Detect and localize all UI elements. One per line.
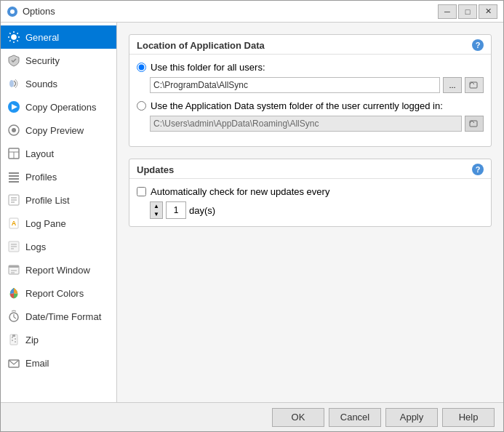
sidebar-item-general[interactable]: General	[1, 25, 116, 49]
svg-rect-17	[9, 175, 19, 177]
sidebar-item-log-pane[interactable]: A Log Pane	[1, 212, 116, 235]
sidebar-item-copy-preview-label: Copy Preview	[25, 125, 84, 136]
layout-icon	[7, 146, 21, 161]
updates-section-title: Updates	[137, 164, 174, 175]
open-btn1[interactable]	[465, 77, 484, 93]
spinner-up-button[interactable]: ▲	[151, 202, 162, 210]
title-bar: Options ─ □ ✕	[1, 1, 503, 23]
report-colors-icon	[7, 286, 21, 300]
svg-rect-18	[9, 178, 19, 180]
path1-input[interactable]	[150, 77, 440, 93]
options-window: Options ─ □ ✕ General	[0, 0, 504, 432]
radio1-input[interactable]	[137, 63, 146, 72]
days-spinner: ▲ ▼	[150, 201, 163, 219]
updates-section: Updates ? Automatically check for new up…	[129, 159, 492, 227]
browse-btn1[interactable]: ...	[443, 77, 462, 93]
datetime-icon	[7, 309, 21, 324]
radio2-label[interactable]: Use the Application Data system folder o…	[151, 100, 443, 111]
location-section: Location of Application Data ? Use this …	[129, 34, 492, 147]
sidebar-item-profile-list[interactable]: Profile List	[1, 188, 116, 212]
svg-point-1	[10, 9, 15, 14]
svg-point-5	[15, 10, 17, 12]
svg-point-8	[9, 80, 14, 87]
minimize-button[interactable]: ─	[438, 4, 457, 19]
sidebar-item-report-colors-label: Report Colors	[25, 288, 84, 299]
sidebar-item-zip[interactable]: Zip	[1, 328, 116, 351]
radio2-input[interactable]	[137, 101, 146, 111]
path2-row	[150, 116, 484, 132]
logs-icon	[7, 239, 21, 254]
shield-icon	[7, 53, 21, 68]
app-icon	[7, 6, 18, 17]
sidebar-item-layout[interactable]: Layout	[1, 142, 116, 165]
radio1-row: Use this folder for all users:	[137, 62, 484, 73]
svg-point-2	[12, 7, 14, 9]
location-help-icon[interactable]: ?	[472, 39, 484, 51]
svg-rect-16	[9, 172, 19, 174]
svg-point-12	[12, 128, 16, 132]
sidebar-item-profiles-label: Profiles	[25, 172, 57, 183]
cancel-button[interactable]: Cancel	[329, 408, 381, 427]
sidebar-item-logs-label: Logs	[25, 241, 46, 252]
sidebar-item-copy-operations[interactable]: Copy Operations	[1, 95, 116, 119]
zip-icon	[7, 332, 21, 347]
email-icon	[7, 356, 21, 370]
content-area: General Security	[1, 23, 503, 402]
sidebar-item-security[interactable]: Security	[1, 49, 116, 72]
sidebar-item-report-window-label: Report Window	[25, 265, 90, 276]
window-title: Options	[23, 6, 55, 17]
sidebar-item-copy-preview[interactable]: Copy Preview	[1, 119, 116, 142]
sidebar-item-report-colors[interactable]: Report Colors	[1, 281, 116, 305]
sidebar-item-zip-label: Zip	[25, 335, 39, 345]
footer: OK Cancel Apply Help	[1, 402, 503, 431]
sidebar: General Security	[1, 23, 117, 402]
sidebar-item-security-label: Security	[25, 55, 60, 66]
svg-text:A: A	[12, 220, 17, 227]
help-button[interactable]: Help	[442, 408, 495, 427]
spinner-down-button[interactable]: ▼	[151, 210, 162, 218]
profile-list-icon	[7, 193, 21, 207]
location-section-title: Location of Application Data	[137, 40, 265, 51]
auto-check-label[interactable]: Automatically check for new updates ever…	[151, 186, 329, 197]
radio1-label[interactable]: Use this folder for all users:	[151, 62, 265, 73]
copy-preview-icon	[7, 123, 21, 137]
sound-icon	[7, 76, 21, 91]
location-section-header: Location of Application Data ?	[129, 35, 491, 55]
report-window-icon	[7, 263, 21, 277]
location-section-body: Use this folder for all users: ...	[129, 55, 491, 146]
sidebar-item-general-label: General	[25, 32, 59, 43]
sidebar-item-datetime-format-label: Date/Time Format	[25, 311, 101, 322]
main-content: Location of Application Data ? Use this …	[117, 23, 503, 402]
radio2-row: Use the Application Data system folder o…	[137, 100, 484, 111]
window-controls: ─ □ ✕	[438, 4, 497, 19]
updates-section-header: Updates ?	[129, 159, 491, 179]
updates-row: Automatically check for new updates ever…	[137, 186, 484, 197]
open-btn2[interactable]	[465, 116, 484, 132]
svg-line-36	[14, 317, 16, 319]
sidebar-item-profiles[interactable]: Profiles	[1, 165, 116, 188]
close-button[interactable]: ✕	[479, 4, 497, 19]
path1-row: ...	[150, 77, 484, 93]
sidebar-item-report-window[interactable]: Report Window	[1, 258, 116, 281]
auto-check-checkbox[interactable]	[137, 187, 146, 196]
log-pane-icon: A	[7, 216, 21, 231]
sidebar-item-profile-list-label: Profile List	[25, 195, 70, 206]
ok-button[interactable]: OK	[272, 408, 324, 427]
updates-help-icon[interactable]: ?	[472, 164, 484, 175]
updates-section-body: Automatically check for new updates ever…	[129, 179, 491, 226]
profiles-icon	[7, 169, 21, 184]
sidebar-item-email-label: Email	[25, 358, 49, 369]
svg-rect-31	[9, 265, 19, 268]
title-bar-left: Options	[7, 6, 55, 17]
maximize-button[interactable]: □	[458, 4, 477, 19]
sidebar-item-copy-operations-label: Copy Operations	[25, 102, 97, 113]
sidebar-item-email[interactable]: Email	[1, 351, 116, 375]
days-input[interactable]	[166, 201, 186, 219]
sidebar-item-sounds[interactable]: Sounds	[1, 72, 116, 95]
sidebar-item-datetime-format[interactable]: Date/Time Format	[1, 305, 116, 328]
gear-icon	[7, 30, 21, 44]
svg-rect-19	[9, 181, 19, 183]
apply-button[interactable]: Apply	[385, 408, 438, 427]
path2-input[interactable]	[150, 116, 462, 132]
sidebar-item-logs[interactable]: Logs	[1, 235, 116, 258]
